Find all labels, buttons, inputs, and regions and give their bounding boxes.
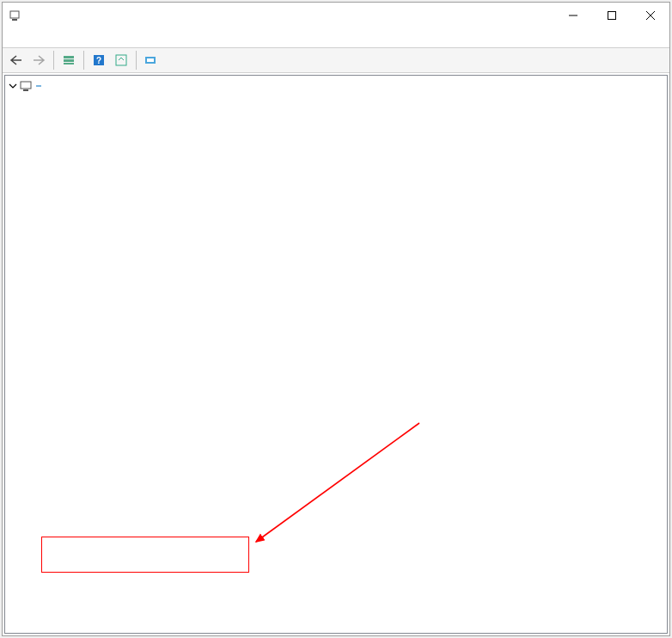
svg-rect-0: [10, 11, 19, 18]
close-button[interactable]: [631, 3, 669, 28]
device-manager-window: ?: [2, 2, 670, 636]
computer-icon: [19, 79, 33, 93]
toolbar-separator: [53, 51, 54, 70]
svg-text:?: ?: [96, 56, 101, 65]
help-button[interactable]: ?: [89, 50, 109, 71]
svg-rect-1: [12, 19, 17, 21]
menu-view[interactable]: [42, 36, 49, 40]
menubar: [3, 28, 669, 47]
maximize-button[interactable]: [592, 3, 631, 28]
svg-rect-8: [64, 63, 74, 64]
svg-rect-7: [64, 59, 74, 62]
detail-view-button[interactable]: [58, 50, 79, 71]
device-tree-panel[interactable]: [4, 75, 668, 634]
toolbar: ?: [3, 47, 669, 73]
svg-rect-11: [116, 55, 126, 65]
forward-button[interactable]: [28, 50, 49, 71]
svg-rect-6: [64, 56, 74, 58]
refresh-button[interactable]: [111, 50, 131, 71]
toolbar-separator: [83, 51, 84, 70]
expand-icon[interactable]: [7, 80, 19, 92]
root-label: [36, 85, 41, 87]
scan-button[interactable]: [141, 50, 162, 71]
svg-rect-15: [23, 89, 28, 91]
tree-root[interactable]: [5, 77, 667, 95]
menu-help[interactable]: [59, 36, 66, 40]
minimize-button[interactable]: [553, 3, 592, 28]
titlebar: [3, 3, 669, 28]
menu-action[interactable]: [25, 36, 32, 40]
svg-rect-13: [147, 58, 154, 62]
app-icon: [8, 9, 21, 22]
menu-file[interactable]: [8, 36, 15, 40]
svg-rect-14: [21, 82, 31, 89]
toolbar-separator: [136, 51, 137, 70]
back-button[interactable]: [6, 50, 27, 71]
svg-rect-3: [608, 12, 615, 20]
